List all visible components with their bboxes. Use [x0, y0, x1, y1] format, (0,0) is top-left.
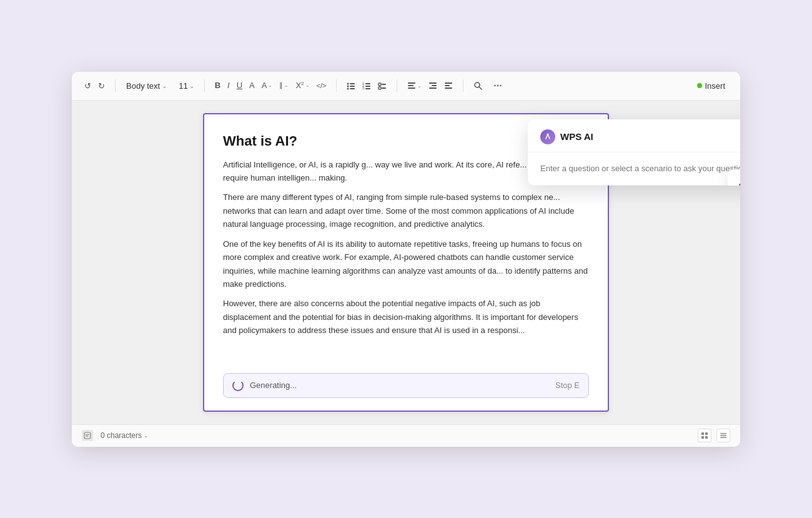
font-color-button[interactable]: A ⌄	[259, 79, 275, 91]
list-group: 1.2.3.	[344, 80, 389, 91]
svg-rect-19	[429, 82, 437, 84]
toolbar-divider-1	[115, 79, 116, 92]
svg-rect-38	[720, 433, 726, 434]
svg-rect-36	[701, 436, 704, 439]
svg-rect-33	[86, 436, 88, 437]
svg-text:3.: 3.	[362, 86, 365, 90]
insert-label: Insert	[705, 81, 725, 91]
svg-point-28	[497, 85, 498, 86]
svg-point-4	[347, 88, 349, 90]
undo-button[interactable]: ↺	[82, 80, 94, 92]
font-size-label: 11	[179, 81, 187, 91]
toolbar: ↺ ↻ Body text ⌄ 11 ⌄ B I U A A ⌄ ∥ ⌄	[72, 72, 740, 101]
char-count-arrow-icon: ⌄	[144, 432, 149, 439]
wps-ai-input[interactable]	[540, 164, 740, 173]
strikethrough-button[interactable]: A	[247, 79, 257, 91]
wps-ai-input-row	[528, 152, 740, 186]
svg-point-27	[495, 85, 496, 86]
wps-ai-header: WPS AI	[528, 119, 740, 152]
bold-button[interactable]: B	[212, 79, 223, 91]
style-arrow: ⌄	[162, 82, 167, 89]
svg-rect-13	[379, 87, 381, 89]
underline-button[interactable]: U	[234, 79, 245, 91]
checkbox-button[interactable]	[375, 80, 389, 91]
draft-section-label: Draft	[728, 178, 740, 186]
style-selector[interactable]: Body text ⌄	[123, 80, 170, 92]
paragraph-4: However, there are also concerns about t…	[223, 297, 589, 337]
search-button[interactable]	[471, 80, 485, 91]
insert-button[interactable]: Insert	[692, 79, 730, 92]
bullet-list-button[interactable]	[344, 80, 358, 91]
svg-point-2	[347, 86, 349, 87]
toolbar-divider-3	[336, 79, 337, 92]
wps-ai-logo	[540, 129, 555, 144]
numbered-list-button[interactable]: 1.2.3.	[360, 80, 374, 91]
char-count-text: 0 characters	[101, 431, 142, 440]
stop-button[interactable]: Stop E	[555, 381, 580, 390]
code-button[interactable]: </>	[314, 81, 329, 91]
insert-status-dot	[697, 83, 702, 88]
format-group: B I U A A ⌄ ∥ ⌄ X2 ⌄ </>	[212, 79, 329, 91]
document-area: What is AI? Artificial Intelligence, or …	[72, 101, 740, 424]
wps-ai-title: WPS AI	[560, 131, 593, 142]
indent-button[interactable]	[426, 80, 440, 91]
svg-rect-16	[408, 82, 415, 84]
svg-rect-21	[429, 87, 437, 89]
svg-rect-40	[720, 437, 726, 439]
undo-redo-group: ↺ ↻	[82, 80, 107, 92]
svg-rect-39	[720, 435, 726, 436]
svg-rect-3	[350, 86, 355, 87]
italic-button[interactable]: I	[225, 79, 232, 91]
status-bar: 0 characters ⌄	[72, 424, 740, 447]
svg-rect-5	[350, 88, 355, 89]
svg-rect-32	[86, 434, 89, 435]
toolbar-divider-5	[463, 79, 463, 92]
paragraph-3: One of the key benefits of AI is its abi…	[223, 237, 589, 291]
align-group: ⌄	[405, 80, 455, 91]
svg-rect-14	[382, 84, 386, 85]
ai-dropdown: Draft Outline Brainstorming	[728, 169, 740, 186]
svg-rect-34	[701, 432, 704, 435]
svg-point-30	[547, 133, 549, 135]
toolbar-divider-4	[397, 79, 397, 92]
superscript-button[interactable]: X2 ⌄	[293, 79, 312, 91]
svg-point-0	[347, 83, 349, 85]
wps-ai-panel: WPS AI Draft	[528, 119, 740, 186]
svg-rect-37	[705, 436, 708, 439]
svg-line-26	[479, 87, 482, 89]
char-count[interactable]: 0 characters ⌄	[101, 431, 149, 440]
toolbar-divider-2	[204, 79, 205, 92]
svg-rect-1	[350, 83, 355, 84]
style-label: Body text	[126, 81, 160, 91]
svg-rect-24	[445, 87, 452, 89]
svg-rect-17	[408, 85, 413, 86]
svg-rect-22	[445, 82, 452, 84]
ai-spinner	[232, 380, 244, 391]
more-options-button[interactable]	[491, 80, 505, 91]
generating-text: Generating...	[250, 381, 297, 390]
outdent-button[interactable]	[442, 80, 455, 91]
status-right-group	[698, 429, 730, 442]
app-window: ↺ ↻ Body text ⌄ 11 ⌄ B I U A A ⌄ ∥ ⌄	[72, 72, 740, 447]
svg-rect-15	[382, 87, 386, 89]
status-icon	[82, 430, 93, 441]
svg-point-29	[500, 85, 502, 86]
svg-rect-7	[365, 83, 370, 84]
font-size-selector[interactable]: 11 ⌄	[176, 80, 196, 92]
ai-generating-panel: Generating... Stop E	[223, 373, 589, 398]
svg-rect-35	[705, 432, 708, 435]
status-view-btn-1[interactable]	[698, 429, 711, 442]
svg-rect-20	[432, 85, 437, 86]
svg-rect-11	[365, 88, 370, 89]
svg-rect-23	[445, 85, 450, 86]
highlight-button[interactable]: ∥ ⌄	[277, 80, 291, 91]
font-size-arrow: ⌄	[189, 82, 194, 89]
svg-rect-12	[379, 83, 381, 86]
align-button[interactable]: ⌄	[405, 80, 424, 91]
svg-rect-18	[408, 87, 415, 89]
status-view-btn-2[interactable]	[716, 429, 730, 442]
paragraph-2: There are many different types of AI, ra…	[223, 191, 589, 231]
redo-button[interactable]: ↻	[96, 80, 107, 92]
svg-rect-31	[84, 432, 91, 439]
svg-rect-9	[365, 86, 370, 87]
